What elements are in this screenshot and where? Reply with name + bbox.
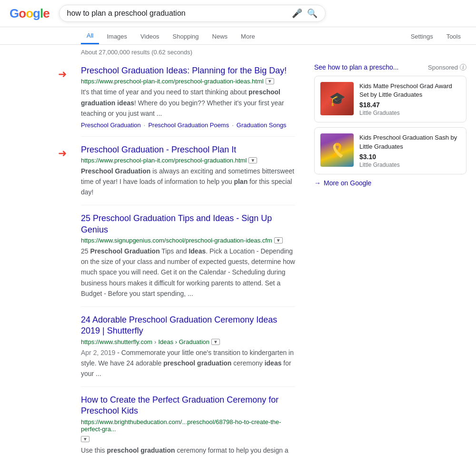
result-item-3: 25 Preschool Graduation Tips and Ideas -… (81, 205, 295, 306)
sitelink-preschool-graduation-poems[interactable]: Preschool Graduation Poems (148, 122, 229, 129)
result-5-title[interactable]: How to Create the Perfect Graduation Cer… (81, 395, 295, 417)
search-input[interactable] (67, 9, 292, 18)
product-2-name: Kids Preschool Graduation Sash by Little… (359, 133, 460, 151)
main-layout: ➜ Preschool Graduation Ideas: Planning f… (0, 58, 476, 456)
sitelink-graduation-songs[interactable]: Graduation Songs (237, 122, 287, 129)
result-item-4: 24 Adorable Preschool Graduation Ceremon… (81, 306, 295, 386)
google-logo[interactable]: Google (10, 6, 50, 21)
result-4-url: https://www.shutterfly.com › Ideas › Gra… (81, 338, 295, 345)
result-item-2: ➜ Preschool Graduation - Preschool Plan … (81, 136, 295, 205)
results-column: ➜ Preschool Graduation Ideas: Planning f… (81, 58, 295, 456)
result-2-snippet: Preschool Graduation is always an exciti… (81, 166, 295, 197)
more-on-google-label: More on Google (324, 179, 371, 187)
product-card-1[interactable]: 🎓 Kids Matte Preschool Grad Award Set by… (314, 76, 466, 122)
nav-item-more[interactable]: More (235, 29, 261, 44)
nav-item-videos[interactable]: Videos (135, 29, 165, 44)
sponsored-badge: Sponsored i (428, 64, 466, 71)
product-card-2[interactable]: 🎗️ Kids Preschool Graduation Sash by Lit… (314, 127, 466, 174)
nav-item-shopping[interactable]: Shopping (167, 29, 205, 44)
result-3-url-dropdown[interactable]: ▼ (274, 237, 283, 243)
more-on-google-arrow: → (314, 179, 321, 187)
result-3-snippet: 25 Preschool Graduation Tips and Ideas. … (81, 246, 295, 299)
more-on-google-link[interactable]: → More on Google (314, 179, 466, 187)
product-1-name: Kids Matte Preschool Grad Award Set by L… (359, 82, 460, 99)
result-1-title[interactable]: Preschool Graduation Ideas: Planning for… (81, 65, 295, 76)
sitelink-sep-2: · (232, 122, 234, 129)
result-1-sitelinks: Preschool Graduation · Preschool Graduat… (81, 122, 295, 129)
search-icon[interactable]: 🔍 (307, 8, 317, 19)
results-count: About 27,000,000 results (0.62 seconds) (0, 45, 476, 58)
result-1-url-dropdown[interactable]: ▼ (266, 78, 274, 84)
result-1-arrow: ➜ (58, 68, 67, 81)
see-how-link[interactable]: See how to plan a prescho... (314, 63, 398, 71)
header: Google 🎤 🔍 (0, 0, 476, 27)
result-1-snippet: It's that time of year and you need to s… (81, 87, 295, 118)
product-1-info: Kids Matte Preschool Grad Award Set by L… (359, 82, 460, 116)
result-3-title[interactable]: 25 Preschool Graduation Tips and Ideas -… (81, 213, 295, 235)
result-3-url: https://www.signupgenius.com/school/pres… (81, 237, 295, 244)
result-4-snippet: Apr 2, 2019 - Commemorate your little on… (81, 347, 295, 379)
result-item-5: How to Create the Perfect Graduation Cer… (81, 386, 295, 456)
result-2-title[interactable]: Preschool Graduation - Preschool Plan It (81, 144, 295, 155)
result-5-url: https://www.brighthubeducation.com/...pr… (81, 418, 295, 433)
result-2-url-dropdown[interactable]: ▼ (248, 157, 257, 163)
result-5-dropdown[interactable]: ▼ (81, 436, 89, 442)
nav-item-tools[interactable]: Tools (441, 29, 466, 44)
product-2-image: 🎗️ (320, 133, 354, 167)
result-4-url-chevron: › (154, 338, 156, 345)
product-1-price: $18.47 (359, 101, 460, 109)
product-2-price: $3.10 (359, 153, 460, 161)
sidebar-column: See how to plan a prescho... Sponsored i… (314, 58, 466, 456)
nav-item-all[interactable]: All (81, 28, 99, 44)
result-1-url: https://www.preschool-plan-it.com/presch… (81, 78, 295, 85)
sitelink-sep-1: · (144, 122, 146, 129)
nav-bar: All Images Videos Shopping News More Set… (0, 27, 476, 45)
result-4-title[interactable]: 24 Adorable Preschool Graduation Ceremon… (81, 314, 295, 337)
product-2-info: Kids Preschool Graduation Sash by Little… (359, 133, 460, 168)
result-5-snippet: Use this preschool graduation ceremony f… (81, 445, 295, 456)
sponsored-label: Sponsored (428, 64, 458, 71)
result-item-1: ➜ Preschool Graduation Ideas: Planning f… (81, 58, 295, 136)
nav-item-news[interactable]: News (207, 29, 234, 44)
sponsored-info-icon[interactable]: i (460, 64, 466, 71)
mic-icon[interactable]: 🎤 (292, 8, 302, 19)
sitelink-preschool-graduation[interactable]: Preschool Graduation (81, 122, 141, 129)
result-2-arrow: ➜ (58, 147, 67, 160)
nav-item-settings[interactable]: Settings (405, 29, 439, 44)
sponsored-header: See how to plan a prescho... Sponsored i (314, 63, 466, 71)
product-1-image: 🎓 (320, 82, 354, 115)
product-1-seller: Little Graduates (359, 110, 460, 116)
search-bar: 🎤 🔍 (59, 5, 326, 22)
result-4-url-dropdown[interactable]: ▼ (211, 339, 220, 345)
result-2-url: https://www.preschool-plan-it.com/presch… (81, 157, 295, 164)
nav-item-images[interactable]: Images (101, 29, 133, 44)
product-2-seller: Little Graduates (359, 162, 460, 168)
